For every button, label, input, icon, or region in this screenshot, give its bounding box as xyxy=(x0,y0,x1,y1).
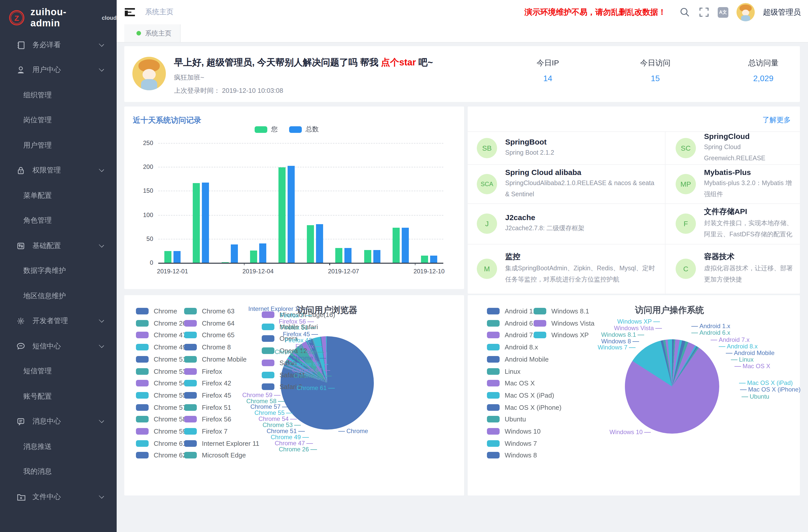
menu-fold-icon[interactable] xyxy=(125,8,135,16)
tech-link-2[interactable]: SCASpring Cloud alibabaSpringCloudAlibab… xyxy=(468,164,665,203)
sidebar-item-17[interactable]: 我的消息 xyxy=(0,459,117,484)
sidebar-item-label: 消息推送 xyxy=(23,442,52,451)
fullscreen-icon[interactable] xyxy=(698,6,710,18)
sidebar-item-9[interactable]: 数据字典维护 xyxy=(0,258,117,283)
tech-link-desc: Mybatis-plus 3.2.0：Mybatis 增强组件 xyxy=(704,178,793,200)
pie-legend-Chrome 26[interactable]: Chrome 26 xyxy=(136,319,186,327)
pie-legend-Firefox[interactable]: Firefox xyxy=(184,367,222,375)
pie-legend-Windows 7[interactable]: Windows 7 xyxy=(487,439,537,447)
pie-legend-Android 7.x[interactable]: Android 7.x xyxy=(487,331,538,339)
tech-link-0[interactable]: SBSpringBootSpring Boot 2.1.2 xyxy=(468,131,665,164)
legend-label: Internet Explorer 11 xyxy=(202,439,259,447)
tech-link-4[interactable]: JJ2cacheJ2cache2.7.8: 二级缓存框架 xyxy=(468,203,665,244)
search-icon[interactable] xyxy=(679,6,690,18)
pie-legend-Chrome 49[interactable]: Chrome 49 xyxy=(136,343,186,351)
logo[interactable]: Z zuihou-admin cloud xyxy=(0,0,117,29)
pie-legend-Windows Vista[interactable]: Windows Vista xyxy=(534,319,594,327)
pie-legend-Android 1.x[interactable]: Android 1.x xyxy=(487,307,538,315)
bar-legend-item-0[interactable]: 您 xyxy=(254,125,278,134)
pie-legend-Chrome Mobile[interactable]: Chrome Mobile xyxy=(184,355,246,363)
pie-legend-Windows 8[interactable]: Windows 8 xyxy=(487,452,537,459)
pie-legend-Android 8.x[interactable]: Android 8.x xyxy=(487,343,538,351)
sidebar-item-16[interactable]: 消息推送 xyxy=(0,434,117,459)
pie-legend-Chrome 57[interactable]: Chrome 57 xyxy=(136,403,186,411)
sidebar-item-12[interactable]: 短信中心 xyxy=(0,334,117,359)
pie-legend-Chrome 59[interactable]: Chrome 59 xyxy=(136,427,186,435)
pie-legend-Chrome[interactable]: Chrome xyxy=(136,307,177,315)
sidebar-item-7[interactable]: 角色管理 xyxy=(0,208,117,233)
sidebar-item-1[interactable]: 用户中心 xyxy=(0,58,117,82)
pie-legend-Windows XP[interactable]: Windows XP xyxy=(534,331,589,339)
legend-label: Firefox 51 xyxy=(202,403,231,411)
star-link[interactable]: 点个star xyxy=(381,57,416,68)
pie-legend-Chrome 61[interactable]: Chrome 61 xyxy=(136,439,186,447)
pie-legend-Chrome 53[interactable]: Chrome 53 xyxy=(136,367,186,375)
pie-label-Android Mobile: Android Mobile xyxy=(724,349,774,356)
tech-link-1[interactable]: SCSpringCloudSpring Cloud Greenwich.RELE… xyxy=(665,131,800,164)
pie-legend-Microsoft Edge[interactable]: Microsoft Edge xyxy=(184,452,246,459)
sidebar-item-label: 文件中心 xyxy=(33,492,61,501)
sidebar-item-10[interactable]: 地区信息维护 xyxy=(0,283,117,309)
pie-legend-Windows 10[interactable]: Windows 10 xyxy=(487,427,541,435)
user-avatar[interactable] xyxy=(736,3,755,21)
tab-system-home[interactable]: 系统主页 xyxy=(124,24,181,42)
pie-legend-Android 6.x[interactable]: Android 6.x xyxy=(487,319,538,327)
sidebar-item-3[interactable]: 岗位管理 xyxy=(0,108,117,133)
pie-legend-Windows 8.1[interactable]: Windows 8.1 xyxy=(534,307,589,315)
pie-legend-Android Mobile[interactable]: Android Mobile xyxy=(487,355,549,363)
sidebar-item-15[interactable]: 消息中心 xyxy=(0,409,117,434)
pie-legend-Firefox 7[interactable]: Firefox 7 xyxy=(184,427,227,435)
tech-link-5[interactable]: F文件存储API封装文件接口，实现本地存储、阿里云、FastDFS存储的配置化 xyxy=(665,203,800,244)
legend-label: Windows 8.1 xyxy=(551,307,589,315)
language-icon[interactable]: A文 xyxy=(718,7,728,18)
bar-总数-2019-12-02 xyxy=(202,183,209,263)
sliders-icon xyxy=(16,241,25,251)
username[interactable]: 超级管理员 xyxy=(763,7,801,17)
sidebar-item-18[interactable]: 文件中心 xyxy=(0,484,117,510)
pie-legend-Chrome 65[interactable]: Chrome 65 xyxy=(184,331,235,339)
pie-legend-Mac OS X[interactable]: Mac OS X xyxy=(487,379,535,387)
pie-legend-Ubuntu[interactable]: Ubuntu xyxy=(487,416,526,423)
sidebar-item-11[interactable]: 开发者管理 xyxy=(0,309,117,334)
legend-label: Chrome 51 xyxy=(154,355,186,363)
pie-legend-Mac OS X (iPad)[interactable]: Mac OS X (iPad) xyxy=(487,391,554,399)
sidebar-item-4[interactable]: 用户管理 xyxy=(0,133,117,158)
sidebar-item-label: 务必详看 xyxy=(33,41,61,50)
learn-more-link[interactable]: 了解更多 xyxy=(763,116,791,125)
legend-label: Chrome 49 xyxy=(154,343,186,351)
pie-legend-Chrome 63[interactable]: Chrome 63 xyxy=(184,307,235,315)
pie-legend-Chrome 58[interactable]: Chrome 58 xyxy=(136,416,186,423)
x-axis-tick xyxy=(415,263,416,265)
bar-legend-item-1[interactable]: 总数 xyxy=(289,125,319,134)
bar-总数-2019-12-03 xyxy=(231,244,238,263)
pie-legend-Firefox 42[interactable]: Firefox 42 xyxy=(184,379,231,387)
pie-legend-Firefox 51[interactable]: Firefox 51 xyxy=(184,403,231,411)
pie-legend-Internet Explorer 11[interactable]: Internet Explorer 11 xyxy=(184,439,259,447)
pie-legend-Chrome 47[interactable]: Chrome 47 xyxy=(136,331,186,339)
pie-legend-Chrome 51[interactable]: Chrome 51 xyxy=(136,355,186,363)
tech-link-texts: 文件存储API封装文件接口，实现本地存储、阿里云、FastDFS存储的配置化 xyxy=(704,207,800,241)
pie-legend-Firefox 56[interactable]: Firefox 56 xyxy=(184,416,231,423)
pie-legend-Chrome 54[interactable]: Chrome 54 xyxy=(136,379,186,387)
sidebar-item-8[interactable]: 基础配置 xyxy=(0,233,117,258)
pie-legend-Firefox 45[interactable]: Firefox 45 xyxy=(184,391,231,399)
tech-link-7[interactable]: C容器技术虚拟化容器技术，让迁移、部署更加方便快捷 xyxy=(665,244,800,294)
pie-legend-Chrome 55[interactable]: Chrome 55 xyxy=(136,391,186,399)
sidebar-item-2[interactable]: 组织管理 xyxy=(0,82,117,108)
sidebar-item-6[interactable]: 菜单配置 xyxy=(0,183,117,208)
tech-link-title: J2cache xyxy=(505,213,585,222)
tech-link-3[interactable]: MPMybatis-PlusMybatis-plus 3.2.0：Mybatis… xyxy=(665,164,800,203)
legend-swatch xyxy=(487,452,500,459)
sidebar-item-13[interactable]: 短信管理 xyxy=(0,359,117,384)
pie-legend-Mac OS X (iPhone)[interactable]: Mac OS X (iPhone) xyxy=(487,403,562,411)
tech-link-abbr: F xyxy=(676,214,696,234)
pie-legend-Chrome 8[interactable]: Chrome 8 xyxy=(184,343,231,351)
sidebar-item-14[interactable]: 账号配置 xyxy=(0,384,117,409)
pie-legend-Linux[interactable]: Linux xyxy=(487,367,520,375)
pie-legend-Chrome 62[interactable]: Chrome 62 xyxy=(136,452,186,459)
sidebar-item-0[interactable]: 务必详看 xyxy=(0,33,117,58)
sidebar-item-5[interactable]: 权限管理 xyxy=(0,158,117,183)
pie-legend-Chrome 64[interactable]: Chrome 64 xyxy=(184,319,235,327)
legend-label: Android 6.x xyxy=(505,319,538,327)
tech-link-6[interactable]: M监控集成SpringBootAdmin、Zipkin、Redis、Mysql、… xyxy=(468,244,665,294)
